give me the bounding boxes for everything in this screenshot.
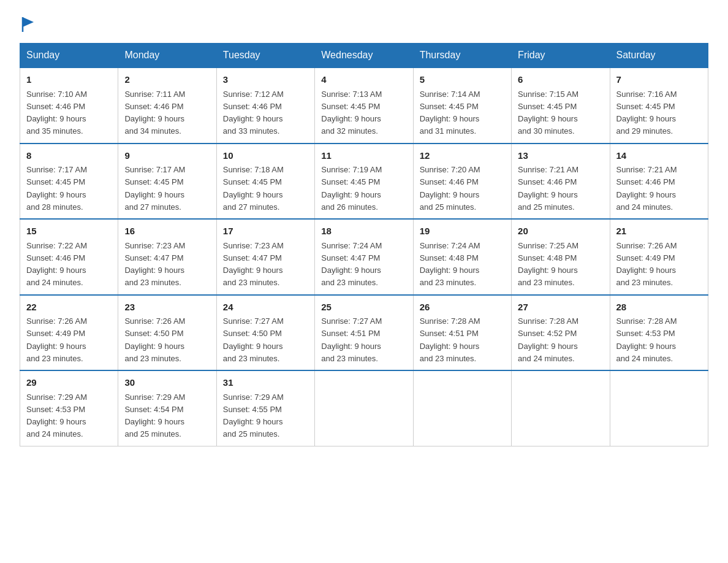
day-number: 27 (518, 301, 603, 315)
logo (20, 15, 36, 33)
day-info: Sunrise: 7:21 AMSunset: 4:46 PMDaylight:… (518, 165, 578, 212)
day-number: 5 (420, 73, 505, 87)
week-row-2: 8Sunrise: 7:17 AMSunset: 4:45 PMDaylight… (20, 144, 708, 220)
calendar-cell: 31Sunrise: 7:29 AMSunset: 4:55 PMDayligh… (216, 370, 314, 446)
day-info: Sunrise: 7:28 AMSunset: 4:51 PMDaylight:… (420, 316, 480, 363)
day-info: Sunrise: 7:10 AMSunset: 4:46 PMDaylight:… (26, 90, 87, 136)
day-info: Sunrise: 7:26 AMSunset: 4:50 PMDaylight:… (124, 316, 185, 363)
day-info: Sunrise: 7:29 AMSunset: 4:54 PMDaylight:… (124, 393, 185, 439)
day-number: 8 (26, 149, 112, 163)
week-row-1: 1Sunrise: 7:10 AMSunset: 4:46 PMDaylight… (20, 67, 708, 144)
day-info: Sunrise: 7:27 AMSunset: 4:50 PMDaylight:… (223, 316, 284, 363)
day-number: 24 (223, 301, 308, 315)
day-info: Sunrise: 7:27 AMSunset: 4:51 PMDaylight:… (321, 316, 382, 363)
calendar-cell: 29Sunrise: 7:29 AMSunset: 4:53 PMDayligh… (20, 370, 118, 446)
calendar-cell: 28Sunrise: 7:28 AMSunset: 4:53 PMDayligh… (610, 295, 708, 371)
day-number: 3 (223, 73, 308, 87)
day-info: Sunrise: 7:28 AMSunset: 4:53 PMDaylight:… (616, 316, 677, 363)
day-info: Sunrise: 7:14 AMSunset: 4:45 PMDaylight:… (420, 90, 480, 136)
day-number: 4 (321, 73, 406, 87)
calendar-cell: 12Sunrise: 7:20 AMSunset: 4:46 PMDayligh… (413, 144, 511, 220)
day-number: 31 (223, 376, 308, 390)
day-number: 15 (26, 224, 112, 239)
day-number: 20 (518, 224, 603, 239)
day-info: Sunrise: 7:17 AMSunset: 4:45 PMDaylight:… (26, 165, 87, 212)
logo-flag-icon (21, 16, 36, 33)
weekday-header-row: SundayMondayTuesdayWednesdayThursdayFrid… (20, 44, 708, 68)
calendar-cell: 21Sunrise: 7:26 AMSunset: 4:49 PMDayligh… (610, 219, 708, 295)
weekday-header-friday: Friday (512, 44, 610, 68)
day-info: Sunrise: 7:19 AMSunset: 4:45 PMDaylight:… (321, 165, 382, 212)
calendar-cell: 19Sunrise: 7:24 AMSunset: 4:48 PMDayligh… (413, 219, 511, 295)
calendar-cell: 24Sunrise: 7:27 AMSunset: 4:50 PMDayligh… (216, 295, 314, 371)
day-number: 10 (223, 149, 308, 163)
day-number: 29 (26, 376, 112, 390)
weekday-header-sunday: Sunday (20, 44, 118, 68)
calendar-cell: 5Sunrise: 7:14 AMSunset: 4:45 PMDaylight… (413, 67, 511, 144)
calendar-cell: 25Sunrise: 7:27 AMSunset: 4:51 PMDayligh… (315, 295, 413, 371)
day-info: Sunrise: 7:17 AMSunset: 4:45 PMDaylight:… (124, 165, 185, 212)
day-number: 26 (420, 301, 505, 315)
weekday-header-wednesday: Wednesday (315, 44, 413, 68)
weekday-header-thursday: Thursday (413, 44, 511, 68)
day-number: 12 (420, 149, 505, 163)
day-info: Sunrise: 7:12 AMSunset: 4:46 PMDaylight:… (223, 90, 284, 136)
calendar-cell: 27Sunrise: 7:28 AMSunset: 4:52 PMDayligh… (512, 295, 610, 371)
day-number: 18 (321, 224, 406, 239)
calendar-cell: 13Sunrise: 7:21 AMSunset: 4:46 PMDayligh… (512, 144, 610, 220)
day-info: Sunrise: 7:20 AMSunset: 4:46 PMDaylight:… (420, 165, 480, 212)
weekday-header-tuesday: Tuesday (216, 44, 314, 68)
calendar-cell: 6Sunrise: 7:15 AMSunset: 4:45 PMDaylight… (512, 67, 610, 144)
calendar-cell: 18Sunrise: 7:24 AMSunset: 4:47 PMDayligh… (315, 219, 413, 295)
day-info: Sunrise: 7:22 AMSunset: 4:46 PMDaylight:… (26, 241, 87, 288)
calendar-cell: 14Sunrise: 7:21 AMSunset: 4:46 PMDayligh… (610, 144, 708, 220)
day-number: 2 (124, 73, 210, 87)
day-info: Sunrise: 7:25 AMSunset: 4:48 PMDaylight:… (518, 241, 578, 288)
svg-marker-0 (23, 17, 34, 27)
header-area (20, 15, 708, 33)
calendar-cell: 2Sunrise: 7:11 AMSunset: 4:46 PMDaylight… (118, 67, 216, 144)
calendar-cell: 26Sunrise: 7:28 AMSunset: 4:51 PMDayligh… (413, 295, 511, 371)
calendar-cell: 7Sunrise: 7:16 AMSunset: 4:45 PMDaylight… (610, 67, 708, 144)
day-info: Sunrise: 7:21 AMSunset: 4:46 PMDaylight:… (616, 165, 677, 212)
calendar-cell: 3Sunrise: 7:12 AMSunset: 4:46 PMDaylight… (216, 67, 314, 144)
day-number: 17 (223, 224, 308, 239)
day-number: 21 (616, 224, 702, 239)
day-info: Sunrise: 7:29 AMSunset: 4:55 PMDaylight:… (223, 393, 284, 439)
day-number: 9 (124, 149, 210, 163)
day-info: Sunrise: 7:28 AMSunset: 4:52 PMDaylight:… (518, 316, 578, 363)
day-number: 30 (124, 376, 210, 390)
day-number: 22 (26, 301, 112, 315)
day-info: Sunrise: 7:24 AMSunset: 4:47 PMDaylight:… (321, 241, 382, 288)
day-info: Sunrise: 7:13 AMSunset: 4:45 PMDaylight:… (321, 90, 382, 136)
day-number: 7 (616, 73, 702, 87)
day-number: 16 (124, 224, 210, 239)
day-info: Sunrise: 7:15 AMSunset: 4:45 PMDaylight:… (518, 90, 578, 136)
day-info: Sunrise: 7:26 AMSunset: 4:49 PMDaylight:… (616, 241, 677, 288)
calendar-table: SundayMondayTuesdayWednesdayThursdayFrid… (20, 43, 708, 446)
calendar-cell: 16Sunrise: 7:23 AMSunset: 4:47 PMDayligh… (118, 219, 216, 295)
weekday-header-saturday: Saturday (610, 44, 708, 68)
calendar-cell (413, 370, 511, 446)
calendar-cell: 30Sunrise: 7:29 AMSunset: 4:54 PMDayligh… (118, 370, 216, 446)
calendar-cell: 22Sunrise: 7:26 AMSunset: 4:49 PMDayligh… (20, 295, 118, 371)
week-row-5: 29Sunrise: 7:29 AMSunset: 4:53 PMDayligh… (20, 370, 708, 446)
day-info: Sunrise: 7:11 AMSunset: 4:46 PMDaylight:… (124, 90, 185, 136)
day-number: 11 (321, 149, 406, 163)
calendar-cell: 1Sunrise: 7:10 AMSunset: 4:46 PMDaylight… (20, 67, 118, 144)
day-info: Sunrise: 7:26 AMSunset: 4:49 PMDaylight:… (26, 316, 87, 363)
day-number: 19 (420, 224, 505, 239)
day-number: 1 (26, 73, 112, 87)
day-info: Sunrise: 7:16 AMSunset: 4:45 PMDaylight:… (616, 90, 677, 136)
calendar-cell (610, 370, 708, 446)
calendar-cell (315, 370, 413, 446)
day-number: 23 (124, 301, 210, 315)
calendar-cell: 17Sunrise: 7:23 AMSunset: 4:47 PMDayligh… (216, 219, 314, 295)
calendar-cell: 11Sunrise: 7:19 AMSunset: 4:45 PMDayligh… (315, 144, 413, 220)
calendar-cell: 20Sunrise: 7:25 AMSunset: 4:48 PMDayligh… (512, 219, 610, 295)
day-number: 14 (616, 149, 702, 163)
week-row-3: 15Sunrise: 7:22 AMSunset: 4:46 PMDayligh… (20, 219, 708, 295)
calendar-cell (512, 370, 610, 446)
calendar-cell: 4Sunrise: 7:13 AMSunset: 4:45 PMDaylight… (315, 67, 413, 144)
day-info: Sunrise: 7:23 AMSunset: 4:47 PMDaylight:… (223, 241, 284, 288)
